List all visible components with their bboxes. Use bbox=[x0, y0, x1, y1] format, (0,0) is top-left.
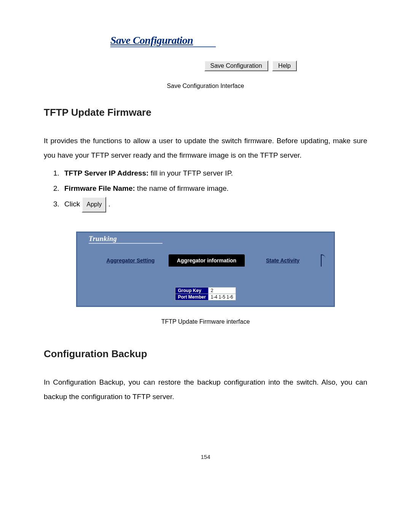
tftp-step-1: TFTP Server IP Address: fill in your TFT… bbox=[61, 166, 367, 180]
tftp-steps: TFTP Server IP Address: fill in your TFT… bbox=[44, 166, 367, 212]
port-member-value: 1-4 1-5 1-6 bbox=[208, 294, 236, 300]
save-configuration-button[interactable]: Save Configuration bbox=[204, 61, 268, 71]
trunking-caption: TFTP Update Firmware interface bbox=[44, 318, 367, 325]
tab-aggregator-information[interactable]: Aggregator information bbox=[169, 254, 245, 267]
table-row: Group Key 2 bbox=[175, 287, 236, 294]
port-member-label: Port Member bbox=[175, 294, 208, 300]
tab-end-decoration bbox=[321, 254, 325, 267]
page-number: 154 bbox=[44, 454, 367, 460]
trunking-body: Group Key 2 Port Member 1-4 1-5 1-6 bbox=[77, 268, 334, 306]
tftp-step-2: Firmware File Name: the name of firmware… bbox=[61, 182, 367, 195]
tftp-heading: TFTP Update Firmware bbox=[44, 107, 367, 118]
table-row: Port Member 1-4 1-5 1-6 bbox=[175, 294, 236, 300]
group-key-value: 2 bbox=[208, 287, 236, 294]
tab-state-activity[interactable]: State Activity bbox=[245, 254, 321, 267]
tftp-step-1-bold: TFTP Server IP Address: bbox=[64, 169, 148, 177]
group-key-label: Group Key bbox=[175, 287, 208, 294]
save-config-screenshot: Save Configuration Save Configuration He… bbox=[110, 34, 301, 71]
aggregator-info-table: Group Key 2 Port Member 1-4 1-5 1-6 bbox=[175, 287, 236, 300]
help-button[interactable]: Help bbox=[272, 61, 297, 71]
trunking-screenshot: Trunking Aggregator Setting Aggregator i… bbox=[76, 232, 335, 307]
trunking-tabs: Aggregator Setting Aggregator informatio… bbox=[89, 254, 329, 267]
tftp-step-2-bold: Firmware File Name: bbox=[64, 184, 135, 192]
tftp-step-2-rest: the name of firmware image. bbox=[135, 184, 229, 192]
save-config-caption: Save Configuration Interface bbox=[44, 83, 367, 89]
tftp-intro: It provides the functions to allow a use… bbox=[44, 134, 367, 163]
tab-aggregator-setting[interactable]: Aggregator Setting bbox=[92, 254, 169, 267]
tftp-step-3: Click Apply . bbox=[61, 197, 367, 212]
save-config-button-row: Save Configuration Help bbox=[110, 61, 301, 71]
tftp-step-1-rest: fill in your TFTP server IP. bbox=[148, 169, 233, 177]
apply-button[interactable]: Apply bbox=[82, 197, 106, 212]
trunking-header: Trunking Aggregator Setting Aggregator i… bbox=[77, 233, 334, 268]
tftp-step-3-post: . bbox=[106, 200, 110, 208]
trunking-title: Trunking bbox=[89, 235, 162, 244]
tftp-step-3-pre: Click bbox=[64, 200, 82, 208]
save-config-title: Save Configuration bbox=[110, 34, 216, 47]
document-page: Save Configuration Save Configuration He… bbox=[0, 0, 411, 483]
backup-body: In Configuration Backup, you can restore… bbox=[44, 375, 367, 404]
backup-heading: Configuration Backup bbox=[44, 348, 367, 360]
